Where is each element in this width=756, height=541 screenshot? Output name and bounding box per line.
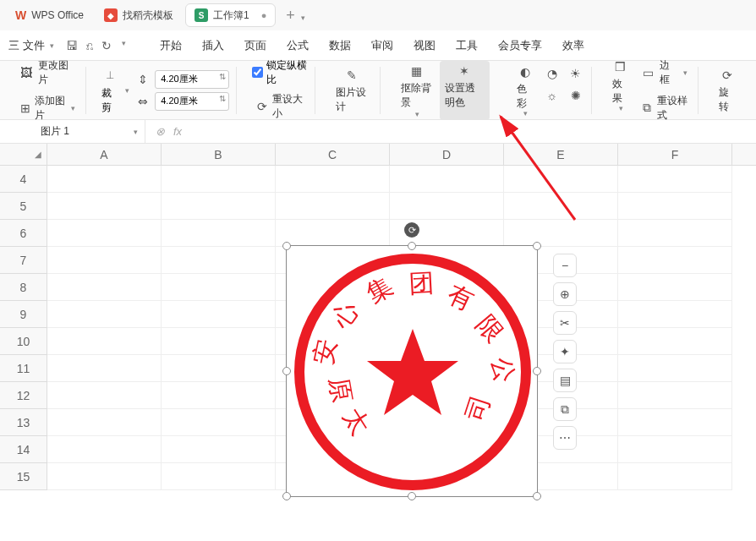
cancel-icon[interactable]: ⊗ [156,125,165,138]
set-transparent-color-button[interactable]: ✶ 设置透明色 [440,61,490,120]
magic-button[interactable]: ✦ [553,340,577,363]
brightness-down-icon[interactable]: ☼ [544,87,561,104]
height-input[interactable] [155,70,229,89]
row-headers: 4 5 6 7 8 9 10 11 12 13 14 15 [0,166,47,490]
sheet-icon: S [194,8,208,22]
resize-handle[interactable] [282,242,291,250]
row-header[interactable]: 7 [0,247,47,274]
chevron-down-icon[interactable]: ▾ [125,86,129,95]
rotate-handle[interactable]: ⟳ [404,222,419,238]
contrast-icon[interactable]: ◔ [544,65,561,82]
resize-handle[interactable] [533,367,541,375]
zoom-button[interactable]: ⊕ [553,282,577,306]
tab-workbook1[interactable]: S 工作簿1 ● [185,3,276,27]
tab-label: 工作簿1 [213,8,249,23]
fx-icon: fx [173,125,182,138]
file-menu[interactable]: 三 文件 ▾ [8,38,54,53]
row-header[interactable]: 9 [0,301,47,328]
add-tab-button[interactable]: + ▾ [279,7,312,25]
crop-button[interactable]: 裁剪 [101,86,118,115]
row-header[interactable]: 6 [0,220,47,247]
menu-efficiency[interactable]: 效率 [562,38,584,53]
add-picture-icon: ⊞ [19,100,31,117]
svg-text:限: 限 [472,309,510,347]
col-header[interactable]: C [276,144,390,165]
resize-handle[interactable] [533,492,541,500]
change-picture-button[interactable]: 🖼 更改图片 [15,57,79,89]
row-header[interactable]: 5 [0,193,47,220]
menu-tools[interactable]: 工具 [456,38,478,53]
border-button[interactable]: ▭ 边框 ▾ [638,57,691,89]
stamp-image: 太 原 安 心 集 团 有 限 公 司 [293,253,532,491]
menu-view[interactable]: 视图 [414,38,436,53]
copy-button[interactable]: ⧉ [553,397,577,421]
row-header[interactable]: 11 [0,355,47,382]
menu-member[interactable]: 会员专享 [498,38,542,53]
svg-text:安: 安 [308,336,341,367]
add-picture-button[interactable]: ⊞ 添加图片 ▾ [15,92,79,124]
row-header[interactable]: 8 [0,274,47,301]
col-header[interactable]: A [47,144,162,165]
menu-formula[interactable]: 公式 [287,38,309,53]
row-header[interactable]: 12 [0,382,47,409]
col-header[interactable]: B [162,144,276,165]
collapse-button[interactable]: − [553,254,577,277]
crop-icon: ⟂ [101,66,118,83]
chevron-down-icon[interactable]: ▾ [122,39,126,52]
svg-text:有: 有 [444,279,479,315]
resize-handle[interactable] [533,242,541,250]
resize-handle[interactable] [408,492,416,500]
row-header[interactable]: 4 [0,166,47,193]
rotate-button[interactable]: ⟳ 旋转 [714,65,741,116]
menu-insert[interactable]: 插入 [202,38,224,53]
picture-design-button[interactable]: ✎ 图片设计 [331,65,373,116]
layout-button[interactable]: ▤ [553,369,577,392]
selected-image[interactable]: ⟳ 太 原 安 心 集 团 有 限 公 司 [286,245,538,497]
svg-text:原: 原 [325,375,357,405]
menu-review[interactable]: 审阅 [371,38,393,53]
chevron-down-icon: ▾ [619,104,623,112]
plus-icon: + [286,7,295,24]
reset-icon: ⧉ [641,100,654,117]
resize-handle[interactable] [408,242,416,250]
undo-icon[interactable]: ⎌ [86,39,93,52]
row-header[interactable]: 10 [0,328,47,355]
image-float-toolbar: − ⊕ ✂ ✦ ▤ ⧉ ⋯ [553,254,577,450]
remove-background-button[interactable]: ▦ 抠除背景 ▾ [396,61,438,120]
row-header[interactable]: 15 [0,463,47,490]
tab-wps-office[interactable]: W WPS Office [7,3,92,27]
col-header[interactable]: D [390,144,504,165]
svg-text:团: 团 [408,268,436,298]
color-button[interactable]: ◐ 色彩 ▾ [512,62,539,119]
save-icon[interactable]: 🖫 [66,39,78,52]
reset-size-button[interactable]: ⟳ 重设大小 [252,90,308,123]
titlebar: W WPS Office ◆ 找稻壳模板 S 工作簿1 ● + ▾ [0,0,756,30]
menu-start[interactable]: 开始 [160,38,182,53]
menu-page[interactable]: 页面 [244,38,266,53]
remove-bg-icon: ▦ [408,63,425,79]
formula-bar[interactable]: ⊗ fx [145,125,182,138]
select-all-corner[interactable]: ◢ [0,144,47,165]
crop-float-button[interactable]: ✂ [553,311,577,335]
resize-handle[interactable] [282,492,291,500]
width-input[interactable] [155,92,229,111]
redo-icon[interactable]: ↻ [101,39,112,52]
name-box[interactable]: 图片 1 ▾ [10,120,145,143]
col-header[interactable]: E [504,144,618,165]
more-button[interactable]: ⋯ [553,426,577,450]
sun-icon[interactable]: ✺ [567,87,584,104]
row-header[interactable]: 13 [0,409,47,436]
brightness-up-icon[interactable]: ☀ [567,65,584,82]
svg-text:心: 心 [326,296,364,333]
toolbar: 🖼 更改图片 ⊞ 添加图片 ▾ ⟂ 裁剪 ▾ ⇕ ⇔ [0,61,756,120]
chevron-down-icon: ▾ [415,110,419,118]
col-header[interactable]: F [618,144,732,165]
menu-data[interactable]: 数据 [329,38,351,53]
resize-handle[interactable] [282,367,291,375]
lock-ratio-checkbox[interactable]: 锁定纵横比 [252,58,308,87]
row-header[interactable]: 14 [0,436,47,463]
tab-docer-template[interactable]: ◆ 找稻壳模板 [96,3,182,27]
chevron-down-icon: ▾ [71,104,75,112]
reset-style-button[interactable]: ⧉ 重设样式 [638,92,691,124]
effect-button[interactable]: ❒ 效果 ▾ [607,57,634,124]
